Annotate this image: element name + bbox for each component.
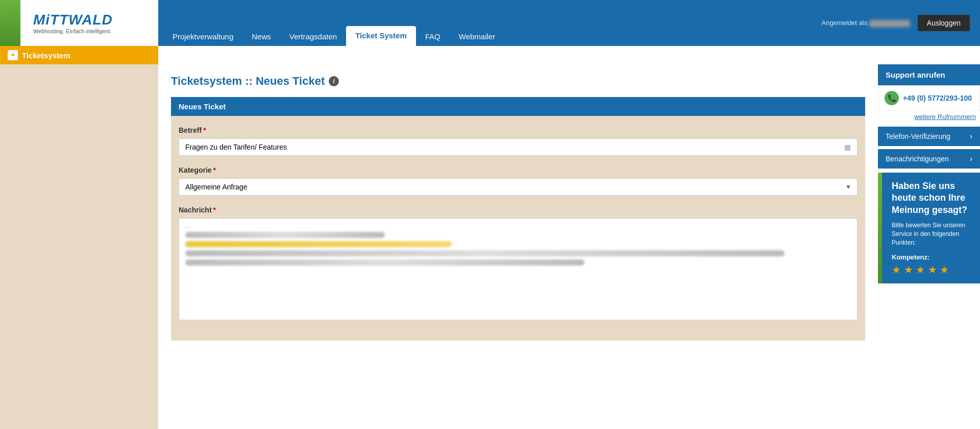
sidebar <box>0 64 158 429</box>
blur-line-2 <box>185 241 452 247</box>
kategorie-label: Kategorie* <box>179 166 857 174</box>
stars[interactable]: ★ ★ ★ ★ ★ <box>886 264 972 276</box>
header-right: Angemeldet als Ausloggen <box>812 0 980 46</box>
chevron-right-icon: › <box>970 132 972 141</box>
nav-area: Projektverwaltung News Vertragsdaten Tic… <box>158 0 812 46</box>
logo-title: MiTTWALD <box>33 12 113 28</box>
main-content: Ticketsystem :: Neues Ticket i Neues Tic… <box>158 64 878 429</box>
benachrichtigungen-button[interactable]: Benachrichtigungen › <box>878 149 980 169</box>
kategorie-field: Kategorie* Allgemeine Anfrage Technische… <box>179 166 857 196</box>
logo-area: MiTTWALD Webhosting. Einfach intelligent… <box>0 0 158 46</box>
phone-box: 📞 +49 (0) 5772/293-100 <box>878 85 980 111</box>
nav-vertragsdaten[interactable]: Vertragsdaten <box>280 27 346 46</box>
new-ticket-form: Neues Ticket Betreff* ▦ <box>171 97 865 341</box>
feedback-box: Haben Sie uns heute schon Ihre Meinung g… <box>878 173 980 283</box>
textarea-content <box>185 232 851 266</box>
textarea-toolbar: … <box>185 223 851 229</box>
angemeldet-label: Angemeldet als <box>822 19 910 27</box>
betreff-input-icon: ▦ <box>844 143 851 151</box>
logo-subtitle: Webhosting. Einfach intelligent. <box>33 28 113 34</box>
betreff-input[interactable] <box>185 143 844 151</box>
header: MiTTWALD Webhosting. Einfach intelligent… <box>0 0 980 46</box>
nav-faq[interactable]: FAQ <box>416 27 450 46</box>
form-header: Neues Ticket <box>171 97 865 116</box>
nachricht-label: Nachricht* <box>179 206 857 214</box>
main-layout: Ticketsystem :: Neues Ticket i Neues Tic… <box>0 64 980 429</box>
nav-ticket-system[interactable]: Ticket System <box>346 26 416 46</box>
telefon-verifizierung-button[interactable]: Telefon-Verifizierung › <box>878 127 980 146</box>
feedback-title: Haben Sie uns heute schon Ihre Meinung g… <box>886 180 972 216</box>
phone-number: +49 (0) 5772/293-100 <box>903 94 972 102</box>
phone-icon: 📞 <box>885 91 899 105</box>
chevron-right-icon-2: › <box>970 154 972 163</box>
kategorie-select[interactable]: Allgemeine Anfrage Technisches Problem R… <box>179 178 857 196</box>
page-title-text: Ticketsystem :: Neues Ticket <box>171 75 325 88</box>
nachricht-required: * <box>213 206 216 214</box>
weitere-rufnummern-link[interactable]: weitere Rufnummern <box>878 111 980 123</box>
blur-line-4 <box>185 259 584 266</box>
kompetenz-label: Kompetenz: <box>886 253 972 261</box>
sidebar-tab[interactable]: Ticketsystem <box>0 46 158 64</box>
betreff-field: Betreff* ▦ <box>179 126 857 156</box>
username-blur <box>869 20 910 27</box>
sidebar-tab-label: Ticketsystem <box>22 51 70 60</box>
page-title: Ticketsystem :: Neues Ticket i <box>171 75 865 88</box>
ticketsystem-icon <box>8 50 18 60</box>
logo: MiTTWALD Webhosting. Einfach intelligent… <box>33 12 113 34</box>
support-anrufen-button[interactable]: Support anrufen <box>878 64 980 85</box>
info-icon[interactable]: i <box>329 76 339 86</box>
form-body: Betreff* ▦ Kategorie* <box>171 116 865 341</box>
betreff-required: * <box>203 126 206 134</box>
ausloggen-button[interactable]: Ausloggen <box>918 15 970 31</box>
betreff-label: Betreff* <box>179 126 857 134</box>
right-panel: Support anrufen 📞 +49 (0) 5772/293-100 w… <box>878 64 980 429</box>
nav-webmailer[interactable]: Webmailer <box>450 27 504 46</box>
betreff-input-wrapper: ▦ <box>179 138 857 156</box>
kategorie-required: * <box>213 166 216 174</box>
nav-projektverwaltung[interactable]: Projektverwaltung <box>163 27 242 46</box>
nachricht-textarea-container[interactable]: … <box>179 218 857 320</box>
nav-news[interactable]: News <box>242 27 280 46</box>
nachricht-field: Nachricht* … <box>179 206 857 320</box>
kategorie-select-wrapper: Allgemeine Anfrage Technisches Problem R… <box>179 178 857 196</box>
blur-line-1 <box>185 232 385 238</box>
feedback-subtitle: Bitte bewerten Sie unseren Service in de… <box>886 221 972 247</box>
blur-line-3 <box>185 250 785 256</box>
